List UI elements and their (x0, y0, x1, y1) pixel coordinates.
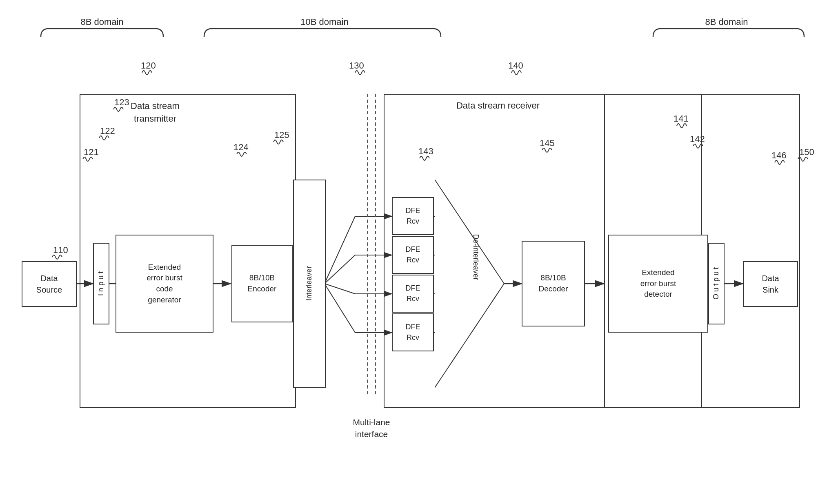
multi-lane-label: Multi-lane interface (331, 416, 412, 440)
ref-150: 150 (799, 147, 814, 158)
dfe-rcv-1-box: DFE Rcv (392, 197, 434, 235)
domain-center-label: 10B domain (208, 16, 441, 28)
domain-right-label: 8B domain (653, 16, 800, 28)
ref-120: 120 (141, 60, 156, 71)
svg-line-8 (325, 284, 355, 294)
interleaver-box: Interleaver (293, 180, 326, 388)
output-box: O u t p u t (708, 243, 725, 324)
ref-140: 140 (508, 60, 523, 71)
dfe-rcv-2-box: DFE Rcv (392, 236, 434, 274)
encoder-box: 8B/10B Encoder (231, 245, 293, 322)
decoder-box: 8B/10B Decoder (522, 241, 585, 326)
svg-text:De-interleaver: De-interleaver (472, 234, 480, 280)
svg-line-4 (325, 216, 355, 284)
data-source-box: Data Source (22, 261, 77, 307)
data-sink-box: Data Sink (743, 261, 798, 307)
dfe-rcv-3-box: DFE Rcv (392, 275, 434, 313)
domain-left-label: 8B domain (49, 16, 155, 28)
svg-line-6 (325, 255, 355, 284)
error-burst-det-box: Extended error burst detector (608, 235, 708, 333)
svg-marker-27 (435, 180, 504, 388)
dfe-rcv-4-box: DFE Rcv (392, 313, 434, 351)
svg-line-10 (325, 284, 355, 333)
ref-110: 110 (53, 245, 68, 255)
receiver-label: Data stream receiver (433, 100, 563, 112)
ref-130: 130 (349, 60, 364, 71)
transmitter-label: Data stream transmitter (110, 100, 200, 125)
error-burst-gen-box: Extended error burst code generator (116, 235, 213, 333)
